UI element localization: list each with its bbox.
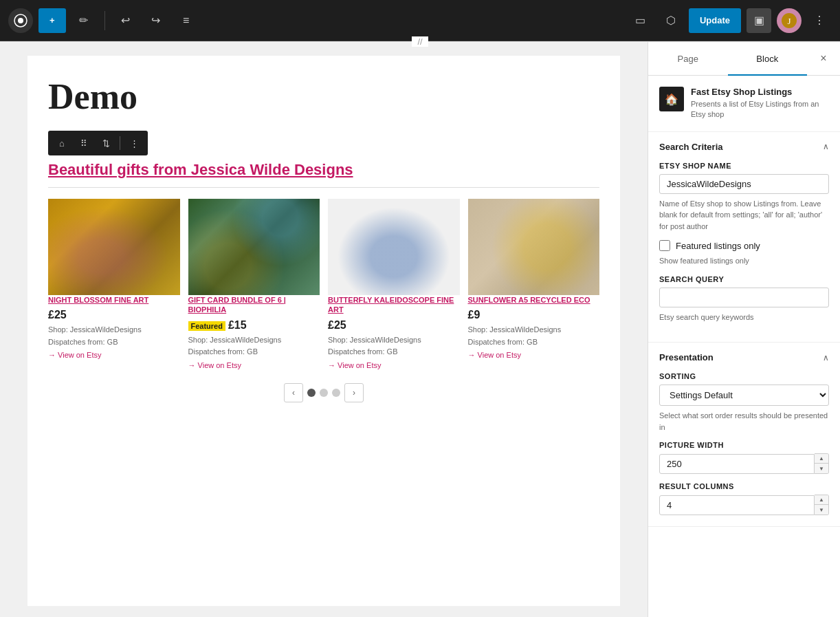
product-etsy-link[interactable]: → View on Etsy	[188, 361, 320, 369]
product-price: £25	[328, 319, 460, 332]
svg-text:J: J	[787, 16, 791, 26]
pagination-dot-3[interactable]	[332, 389, 340, 397]
product-title[interactable]: GIFT CARD BUNDLE OF 6 | BIOPHILIA	[188, 295, 320, 315]
product-meta: Shop: JessicaWildeDesignsDispatches from…	[468, 324, 600, 348]
pagination-next[interactable]: ›	[344, 383, 364, 402]
result-columns-input[interactable]	[659, 495, 815, 515]
shop-heading: Beautiful gifts from Jessica Wilde Desig…	[48, 161, 599, 188]
redo-icon: ↪	[151, 14, 160, 27]
search-query-input[interactable]	[659, 288, 829, 307]
search-criteria-section: Search Criteria ∧ ETSY SHOP NAME Name of…	[648, 132, 840, 343]
redo-button[interactable]: ↪	[144, 8, 168, 33]
tab-block[interactable]: Block	[728, 43, 808, 76]
presentation-section: Presentation ∧ SORTING Settings Default …	[648, 343, 840, 527]
plugin-icon: 🏠	[659, 87, 684, 111]
featured-only-row: Featured listings only	[659, 240, 829, 251]
external-view-button[interactable]: ⬡	[659, 8, 683, 33]
more-options-button[interactable]: ⋮	[807, 8, 832, 33]
product-grid: NIGHT BLOSSOM FINE ART£25Shop: JessicaWi…	[48, 199, 599, 369]
product-image-0	[48, 199, 180, 295]
product-title[interactable]: SUNFLOWER A5 RECYCLED ECO	[468, 295, 600, 305]
block-home-button[interactable]: ⌂	[52, 133, 71, 153]
arrows-icon: ⇅	[102, 138, 110, 149]
panel-close-button[interactable]: ×	[807, 42, 840, 75]
separator-line: //	[0, 41, 840, 42]
top-toolbar: + ✏ ↩ ↪ ≡ ▭ ⬡ Update ▣ J ⋮	[0, 0, 840, 41]
canvas-page: Demo ⌂ ⠿ ⇅ ⋮	[27, 56, 620, 606]
etsy-shop-name-input[interactable]	[659, 174, 829, 194]
home-icon: ⌂	[59, 138, 65, 149]
picture-width-row: ▲ ▼	[659, 453, 829, 474]
featured-only-checkbox[interactable]	[659, 240, 670, 251]
edit-icon: ✏	[79, 14, 88, 27]
product-meta: Shop: JessicaWildeDesignsDispatches from…	[328, 334, 460, 358]
right-panel: Page Block × 🏠 Fast Etsy Shop Listings P…	[648, 42, 840, 617]
edit-tool-button[interactable]: ✏	[71, 8, 96, 33]
product-meta: Shop: JessicaWildeDesignsDispatches from…	[48, 324, 180, 348]
desktop-view-button[interactable]: ▭	[628, 8, 653, 33]
page-title: Demo	[48, 76, 599, 117]
product-title[interactable]: NIGHT BLOSSOM FINE ART	[48, 295, 180, 305]
search-criteria-body: ETSY SHOP NAME Name of Etsy shop to show…	[648, 162, 840, 343]
undo-button[interactable]: ↩	[113, 8, 138, 33]
pagination-dot-1[interactable]	[307, 389, 316, 397]
external-link-icon: ⬡	[666, 14, 676, 27]
search-criteria-header[interactable]: Search Criteria ∧	[648, 132, 840, 162]
sidebar-toggle-button[interactable]: ▣	[747, 8, 771, 33]
picture-width-input[interactable]	[659, 454, 815, 474]
product-etsy-link[interactable]: → View on Etsy	[328, 361, 460, 369]
undo-icon: ↩	[121, 14, 130, 27]
main-layout: Demo ⌂ ⠿ ⇅ ⋮	[0, 42, 840, 617]
sidebar-icon: ▣	[754, 14, 764, 27]
result-columns-decrement[interactable]: ▼	[815, 505, 828, 515]
picture-width-spinners: ▲ ▼	[815, 453, 829, 474]
canvas-area: Demo ⌂ ⠿ ⇅ ⋮	[0, 42, 648, 617]
block-toolbar-divider	[120, 136, 120, 150]
block-toolbar: ⌂ ⠿ ⇅ ⋮	[48, 131, 148, 155]
result-columns-increment[interactable]: ▲	[815, 495, 828, 505]
site-logo[interactable]	[8, 8, 33, 33]
product-title[interactable]: BUTTERFLY KALEIDOSCOPE FINE ART	[328, 295, 460, 315]
picture-width-increment[interactable]: ▲	[815, 454, 828, 464]
presentation-header[interactable]: Presentation ∧	[648, 343, 840, 372]
list-view-button[interactable]: ≡	[174, 8, 199, 33]
product-price: Featured£15	[188, 319, 320, 332]
product-card: BUTTERFLY KALEIDOSCOPE FINE ART£25Shop: …	[328, 199, 460, 369]
svg-point-1	[18, 18, 23, 23]
add-block-button[interactable]: +	[38, 8, 66, 33]
plugin-info: Fast Etsy Shop Listings Presents a list …	[691, 87, 829, 120]
block-move-button[interactable]: ⠿	[74, 133, 93, 153]
toolbar-divider-1	[104, 11, 105, 30]
pagination-prev[interactable]: ‹	[284, 383, 303, 402]
list-icon: ≡	[183, 14, 189, 27]
etsy-block: ⌂ ⠿ ⇅ ⋮ Beautiful gifts from Jessica Wil…	[48, 131, 599, 402]
block-arrows-button[interactable]: ⇅	[96, 133, 115, 153]
chevron-up-icon: ∧	[823, 142, 829, 151]
plugin-header: 🏠 Fast Etsy Shop Listings Presents a lis…	[648, 76, 840, 132]
product-card: GIFT CARD BUNDLE OF 6 | BIOPHILIAFeature…	[188, 199, 320, 369]
result-columns-row: ▲ ▼	[659, 495, 829, 515]
featured-badge: Featured	[188, 321, 225, 331]
panel-tabs: Page Block ×	[648, 42, 840, 76]
sorting-select[interactable]: Settings Default Featured Price: Low to …	[659, 385, 829, 406]
block-more-button[interactable]: ⋮	[124, 133, 144, 153]
more-icon: ⋮	[130, 138, 139, 149]
shop-icon: 🏠	[665, 93, 678, 106]
pagination: ‹ ›	[48, 383, 599, 402]
pagination-dot-2[interactable]	[320, 389, 328, 397]
product-etsy-link[interactable]: → View on Etsy	[468, 351, 600, 359]
product-price: £9	[468, 309, 600, 321]
product-image-3	[468, 199, 600, 295]
product-card: NIGHT BLOSSOM FINE ART£25Shop: JessicaWi…	[48, 199, 180, 369]
product-etsy-link[interactable]: → View on Etsy	[48, 351, 180, 359]
more-icon: ⋮	[814, 14, 825, 27]
update-button[interactable]: Update	[689, 8, 741, 33]
avatar[interactable]: J	[777, 8, 802, 33]
product-image-1	[188, 199, 320, 295]
product-card: SUNFLOWER A5 RECYCLED ECO£9Shop: Jessica…	[468, 199, 600, 369]
desktop-icon: ▭	[635, 14, 645, 27]
picture-width-decrement[interactable]: ▼	[815, 464, 828, 473]
close-icon: ×	[820, 52, 826, 64]
move-icon: ⠿	[80, 138, 87, 149]
tab-page[interactable]: Page	[648, 43, 728, 76]
